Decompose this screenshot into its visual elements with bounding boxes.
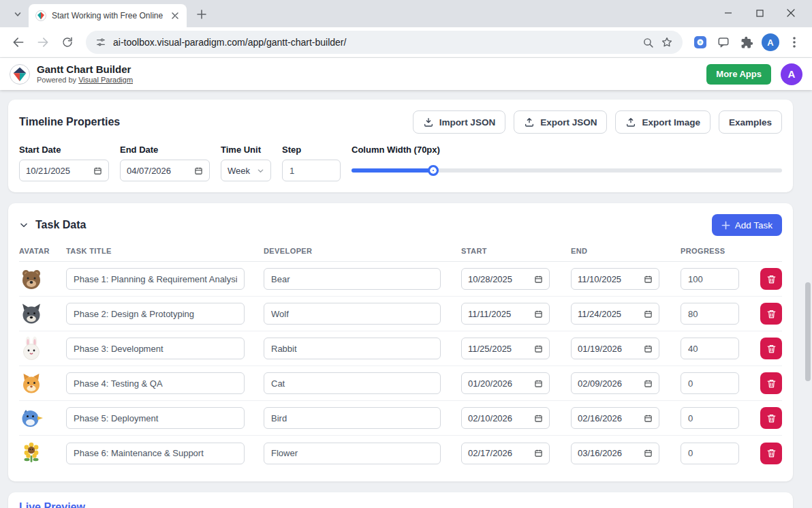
progress-input[interactable] <box>681 303 739 325</box>
end-date-field: End Date 04/07/2026 <box>120 145 210 181</box>
task-start-date-input[interactable]: 02/10/2026 <box>461 407 550 429</box>
column-width-slider-thumb[interactable] <box>428 165 439 176</box>
calendar-icon[interactable] <box>534 379 543 388</box>
export-json-button[interactable]: Export JSON <box>514 110 607 134</box>
extensions-puzzle-icon[interactable] <box>736 31 758 53</box>
date-value: 01/20/2026 <box>468 378 512 389</box>
scrollbar-thumb[interactable] <box>805 282 811 381</box>
avatar-cell <box>19 301 66 326</box>
step-input[interactable] <box>282 160 341 181</box>
browser-menu-icon[interactable] <box>783 31 805 53</box>
developer-input[interactable] <box>264 443 441 464</box>
calendar-icon[interactable] <box>534 275 543 284</box>
calendar-icon[interactable] <box>644 275 653 284</box>
task-title-input[interactable] <box>66 338 245 359</box>
task-title-input[interactable] <box>66 372 245 394</box>
maximize-button[interactable] <box>744 0 775 26</box>
timeline-properties-card: Timeline Properties Import JSON Export J… <box>8 100 793 192</box>
live-preview-card: Live Preview <box>8 492 793 508</box>
task-end-date-input[interactable]: 11/10/2025 <box>571 268 659 290</box>
end-date-input[interactable]: 04/07/2026 <box>120 160 210 181</box>
delete-task-button[interactable] <box>760 268 782 290</box>
new-tab-button[interactable] <box>192 5 211 24</box>
progress-input[interactable] <box>681 338 739 359</box>
task-end-date-input[interactable]: 02/16/2026 <box>571 407 659 429</box>
close-button[interactable] <box>775 0 807 26</box>
tab-close-icon[interactable] <box>169 10 181 22</box>
calendar-icon[interactable] <box>644 414 653 423</box>
task-end-date-input[interactable]: 02/09/2026 <box>571 372 659 394</box>
time-unit-select[interactable]: Week <box>221 160 271 181</box>
progress-input[interactable] <box>681 372 739 394</box>
progress-input[interactable] <box>681 268 739 290</box>
task-title-input[interactable] <box>66 303 245 325</box>
import-json-button[interactable]: Import JSON <box>413 110 506 134</box>
calendar-icon[interactable] <box>194 166 203 175</box>
url-text[interactable]: ai-toolbox.visual-paradigm.com/app/gantt… <box>113 37 636 48</box>
task-title-input[interactable] <box>66 443 245 464</box>
task-start-date-input[interactable]: 01/20/2026 <box>461 372 550 394</box>
calendar-icon[interactable] <box>644 344 653 353</box>
browser-profile-avatar[interactable]: A <box>762 33 779 51</box>
delete-task-button[interactable] <box>760 372 782 394</box>
collapse-chevron-icon[interactable] <box>19 220 29 230</box>
developer-input[interactable] <box>264 268 441 290</box>
task-end-date-input[interactable]: 03/16/2026 <box>571 443 659 464</box>
end-date-label: End Date <box>120 145 210 155</box>
calendar-icon[interactable] <box>534 449 543 458</box>
delete-task-button[interactable] <box>760 407 782 429</box>
date-value: 11/11/2025 <box>468 309 511 319</box>
calendar-icon[interactable] <box>644 310 653 318</box>
task-title-input[interactable] <box>66 407 245 429</box>
extension-shortcut-icon[interactable] <box>689 31 711 53</box>
developer-input[interactable] <box>264 372 441 394</box>
reload-button[interactable] <box>56 31 79 54</box>
calendar-icon[interactable] <box>534 344 543 353</box>
date-value: 11/25/2025 <box>468 344 512 354</box>
upload-icon <box>524 117 535 128</box>
more-apps-button[interactable]: More Apps <box>706 64 771 85</box>
examples-button[interactable]: Examples <box>719 110 782 134</box>
delete-task-button[interactable] <box>760 338 782 359</box>
start-date-input[interactable]: 10/21/2025 <box>19 160 109 181</box>
calendar-icon[interactable] <box>534 310 543 318</box>
task-start-date-input[interactable]: 10/28/2025 <box>461 268 550 290</box>
task-start-date-input[interactable]: 02/17/2026 <box>461 443 550 464</box>
date-value: 01/19/2026 <box>578 344 622 354</box>
chat-icon[interactable] <box>713 31 734 53</box>
zoom-icon[interactable] <box>642 37 654 48</box>
column-width-label: Column Width (70px) <box>352 145 782 155</box>
user-avatar[interactable]: A <box>781 63 802 85</box>
delete-task-button[interactable] <box>760 303 782 325</box>
task-table-header: AVATAR TASK TITLE DEVELOPER START END PR… <box>19 244 782 262</box>
avatar-cell <box>19 441 66 466</box>
developer-input[interactable] <box>264 303 441 325</box>
task-end-date-input[interactable]: 01/19/2026 <box>571 338 659 359</box>
progress-input[interactable] <box>681 407 739 429</box>
task-start-date-input[interactable]: 11/11/2025 <box>461 303 550 325</box>
bookmark-star-icon[interactable] <box>661 36 673 48</box>
column-width-slider[interactable] <box>352 168 782 173</box>
calendar-icon[interactable] <box>93 166 102 175</box>
progress-input[interactable] <box>681 443 739 464</box>
task-title-input[interactable] <box>66 268 245 290</box>
minimize-button[interactable] <box>713 0 744 26</box>
calendar-icon[interactable] <box>644 449 653 458</box>
calendar-icon[interactable] <box>644 379 653 388</box>
developer-input[interactable] <box>264 338 441 359</box>
developer-input[interactable] <box>264 407 441 429</box>
add-task-button[interactable]: Add Task <box>712 214 782 236</box>
visual-paradigm-link[interactable]: Visual Paradigm <box>78 76 133 84</box>
delete-task-button[interactable] <box>760 443 782 464</box>
task-end-date-input[interactable]: 11/24/2025 <box>571 303 659 325</box>
browser-tab[interactable]: Start Working with Free Online <box>29 4 187 27</box>
calendar-icon[interactable] <box>534 414 543 423</box>
task-start-date-input[interactable]: 11/25/2025 <box>461 338 550 359</box>
site-info-icon[interactable] <box>95 37 106 48</box>
forward-button[interactable] <box>31 31 54 54</box>
tab-search-chevron-icon[interactable] <box>8 5 27 24</box>
task-row: 01/20/2026 02/09/2026 <box>19 366 782 401</box>
back-button[interactable] <box>7 31 30 54</box>
export-image-button[interactable]: Export Image <box>615 110 710 134</box>
address-bar[interactable]: ai-toolbox.visual-paradigm.com/app/gantt… <box>86 31 683 54</box>
